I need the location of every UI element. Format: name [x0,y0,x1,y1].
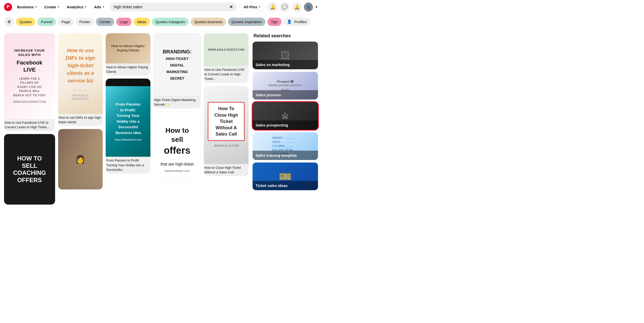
ads-arrow: ▼ [102,6,105,8]
all-pins-arrow: ▼ [258,6,261,8]
pin-branding-caption: High-Ticket Digital Marketing Secrets ✨ [153,96,201,108]
filter-bar: ⚙ Quotes Funnel Page Poster Center Logo … [0,14,322,29]
filter-ideas[interactable]: Ideas [134,18,150,26]
header-icons: 🔔 💬 🔔 👤 ▼ [268,2,318,12]
related-card-sales-prospecting[interactable]: 🛣 Sales prospecting [253,102,318,130]
related-card-sales-process[interactable]: Prospect ➋ identify potential customers … [253,72,318,100]
search-clear-button[interactable]: ✕ [229,5,233,9]
search-bar: ✕ [110,3,237,11]
pin-attract-clients[interactable]: How to Attract Higher Paying Clients How… [106,33,150,76]
pin-branding[interactable]: BRANDING: HIGH-TICKET DIGITALMARKETING S… [153,33,201,108]
pin-fb-live2[interactable]: WWW.ASHLEYENGET.COM How to Use Facebook … [204,33,249,83]
pin-passion-caption: From Passion to Profit: Turning Your Hob… [106,157,150,174]
pinterest-logo[interactable]: P [4,3,12,11]
filter-profiles[interactable]: 👤 Profiles [284,17,310,26]
pin-woman-video[interactable]: 👩 [58,129,103,189]
pin-dms-caption: How to use DM's to sign high-ticket clie… [58,114,103,126]
filter-logo[interactable]: Logo [116,18,132,26]
related-card-sales-vs-marketing[interactable]: 🖼 Sales vs marketing [253,42,318,69]
all-pins-filter[interactable]: All Pins ▼ [240,3,265,11]
filter-settings-button[interactable]: ⚙ [4,17,14,27]
pin-sell-offers[interactable]: How to sell offers that are high-ticket … [153,111,201,182]
analytics-arrow: ▼ [85,6,87,8]
pins-column-3: How to Attract Higher Paying Clients How… [106,33,150,205]
nav-create[interactable]: Create ▼ [43,3,62,11]
pin-close-ticket[interactable]: How To Close High Ticket Without A Sales… [204,86,249,176]
related-card-ticket-sales[interactable]: 🎫 Ticket sales ideas [253,163,318,190]
related-label-sales-prospecting: Sales prospecting [253,120,318,130]
filter-quotes[interactable]: Quotes [16,18,35,26]
user-avatar[interactable]: 👤 [304,3,313,12]
filter-quotes-instagram[interactable]: Quotes instagram [152,18,189,26]
pins-column-4: BRANDING: HIGH-TICKET DIGITALMARKETING S… [153,33,201,205]
pin-dms-sign[interactable]: How to useDM's to signhigh-ticketclients… [58,33,103,126]
pin-attract-caption: How to Attract Higher Paying Clients [106,63,150,76]
nav-ads[interactable]: Ads ▼ [92,3,107,11]
pin-fb-live-caption: How to Use Facebook LIVE to Convert Lead… [4,119,55,131]
filter-quotes-inspiration[interactable]: Quotes inspiration [228,18,265,26]
related-searches-title: Related searches [253,33,318,39]
notifications-bell[interactable]: 🔔 [268,2,278,12]
pins-column-2: How to useDM's to signhigh-ticketclients… [58,33,103,205]
pin-passion-profit[interactable]: From Passionto Profit:Turning YourHobby … [106,79,150,174]
related-label-ticket-sales: Ticket sales ideas [253,181,318,190]
header: P Business ▼ Create ▼ Analytics ▼ Ads ▼ … [0,0,322,14]
nav-analytics[interactable]: Analytics ▼ [65,3,89,11]
pin-fb-live2-caption: How to Use Facebook LIVE to Convert Lead… [204,66,249,83]
profile-expand-arrow[interactable]: ▼ [315,5,318,9]
related-label-sales-process: Sales process [253,90,318,100]
pins-column-1: Increase Your Sales with FacebookLIVE LE… [4,33,55,205]
business-arrow: ▼ [35,6,37,8]
related-label-sales-training: Sales training template [253,151,318,160]
related-card-sales-training[interactable]: MARKET ................ SALES ..........… [253,132,318,160]
alerts-button[interactable]: 🔔 [292,2,302,12]
filter-quotes-business[interactable]: Quotes business [191,18,226,26]
pin-fb-live[interactable]: Increase Your Sales with FacebookLIVE LE… [4,33,55,131]
filter-page[interactable]: Page [58,18,74,26]
pin-close-ticket-caption: How to Close High Ticket Without a Sales… [204,164,249,176]
pin-sell-coaching[interactable]: HOW TOSELLCOACHINGOFFERS [4,134,55,205]
pins-grid: Increase Your Sales with FacebookLIVE LE… [4,33,249,205]
search-input[interactable] [114,5,227,9]
filter-tips[interactable]: Tips [267,18,281,26]
pins-column-5: WWW.ASHLEYENGET.COM How to Use Facebook … [204,33,249,205]
filter-center[interactable]: Center [96,18,114,26]
messages-button[interactable]: 💬 [280,2,290,12]
main-content: Increase Your Sales with FacebookLIVE LE… [0,29,322,209]
create-arrow: ▼ [57,6,60,8]
right-sidebar: Related searches 🖼 Sales vs marketing Pr… [253,33,318,205]
filter-funnel[interactable]: Funnel [37,18,56,26]
nav-business[interactable]: Business ▼ [15,3,39,11]
filter-poster[interactable]: Poster [76,18,94,26]
related-label-sales-vs-marketing: Sales vs marketing [253,60,318,69]
